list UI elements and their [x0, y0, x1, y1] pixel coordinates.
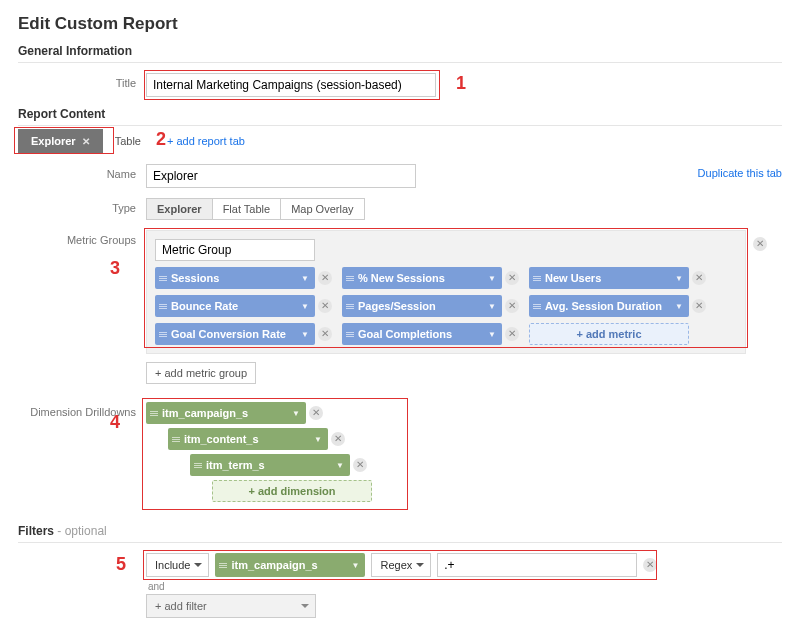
- metric-pages-session[interactable]: Pages/Session▼: [342, 295, 502, 317]
- tab-table[interactable]: Table: [103, 129, 153, 153]
- label-name: Name: [18, 164, 146, 180]
- label-title: Title: [18, 73, 146, 89]
- metric-new-users[interactable]: New Users▼: [529, 267, 689, 289]
- chevron-down-icon: ▼: [301, 274, 309, 283]
- metric-goal-completions[interactable]: Goal Completions▼: [342, 323, 502, 345]
- chevron-down-icon: ▼: [314, 435, 322, 444]
- remove-icon[interactable]: ✕: [692, 271, 706, 285]
- section-filters: Filters - optional: [18, 524, 782, 538]
- tab-explorer[interactable]: Explorer ✕: [18, 129, 103, 153]
- metric-avg-session-duration[interactable]: Avg. Session Duration▼: [529, 295, 689, 317]
- close-icon[interactable]: ✕: [82, 136, 90, 147]
- filter-include-select[interactable]: Include: [146, 553, 209, 577]
- type-map-overlay[interactable]: Map Overlay: [280, 198, 364, 220]
- page-title: Edit Custom Report: [18, 14, 782, 34]
- chevron-down-icon: ▼: [336, 461, 344, 470]
- add-dimension-button[interactable]: + add dimension: [212, 480, 372, 502]
- annotation-4: 4: [110, 412, 120, 433]
- add-metric-group-button[interactable]: + add metric group: [146, 362, 256, 384]
- chevron-down-icon: ▼: [488, 330, 496, 339]
- chevron-down-icon: ▼: [675, 274, 683, 283]
- add-report-tab[interactable]: + add report tab: [167, 135, 245, 147]
- remove-metric-group-icon[interactable]: ✕: [753, 237, 767, 251]
- section-general: General Information: [18, 44, 782, 58]
- remove-icon[interactable]: ✕: [309, 406, 323, 420]
- type-flat-table[interactable]: Flat Table: [212, 198, 282, 220]
- label-type: Type: [18, 198, 146, 214]
- drilldown-itm-content[interactable]: itm_content_s▼: [168, 428, 328, 450]
- filter-value-input[interactable]: [437, 553, 637, 577]
- duplicate-tab-link[interactable]: Duplicate this tab: [698, 167, 782, 179]
- type-explorer[interactable]: Explorer: [146, 198, 213, 220]
- metric-group-container: Sessions▼✕ % New Sessions▼✕ New Users▼✕ …: [146, 230, 746, 354]
- remove-icon[interactable]: ✕: [331, 432, 345, 446]
- chevron-down-icon: ▼: [292, 409, 300, 418]
- drilldown-itm-term[interactable]: itm_term_s▼: [190, 454, 350, 476]
- metric-group-name-input[interactable]: [155, 239, 315, 261]
- annotation-3: 3: [110, 258, 120, 279]
- chevron-down-icon: ▼: [488, 302, 496, 311]
- title-input[interactable]: [146, 73, 436, 97]
- remove-icon[interactable]: ✕: [505, 299, 519, 313]
- add-filter-button[interactable]: + add filter: [146, 594, 316, 618]
- drilldown-itm-campaign[interactable]: itm_campaign_s▼: [146, 402, 306, 424]
- annotation-2: 2: [156, 129, 166, 150]
- remove-icon[interactable]: ✕: [318, 327, 332, 341]
- annotation-1: 1: [456, 73, 466, 94]
- filter-match-select[interactable]: Regex: [371, 553, 431, 577]
- filter-dimension[interactable]: itm_campaign_s▼: [215, 553, 365, 577]
- chevron-down-icon: ▼: [488, 274, 496, 283]
- metric-bounce-rate[interactable]: Bounce Rate▼: [155, 295, 315, 317]
- metric-pct-new-sessions[interactable]: % New Sessions▼: [342, 267, 502, 289]
- name-input[interactable]: [146, 164, 416, 188]
- chevron-down-icon: ▼: [301, 302, 309, 311]
- add-metric-button[interactable]: + add metric: [529, 323, 689, 345]
- chevron-down-icon: ▼: [675, 302, 683, 311]
- filter-and-label: and: [148, 581, 782, 592]
- remove-icon[interactable]: ✕: [353, 458, 367, 472]
- chevron-down-icon: ▼: [352, 561, 360, 570]
- chevron-down-icon: ▼: [301, 330, 309, 339]
- remove-icon[interactable]: ✕: [505, 327, 519, 341]
- remove-icon[interactable]: ✕: [692, 299, 706, 313]
- remove-filter-icon[interactable]: ✕: [643, 558, 657, 572]
- annotation-5: 5: [116, 554, 126, 575]
- label-dimension-drilldowns: Dimension Drilldowns: [18, 402, 146, 418]
- section-content: Report Content: [18, 107, 782, 121]
- remove-icon[interactable]: ✕: [505, 271, 519, 285]
- remove-icon[interactable]: ✕: [318, 271, 332, 285]
- remove-icon[interactable]: ✕: [318, 299, 332, 313]
- label-metric-groups: Metric Groups: [18, 230, 146, 246]
- metric-sessions[interactable]: Sessions▼: [155, 267, 315, 289]
- metric-goal-conversion-rate[interactable]: Goal Conversion Rate▼: [155, 323, 315, 345]
- tab-explorer-label: Explorer: [31, 135, 76, 147]
